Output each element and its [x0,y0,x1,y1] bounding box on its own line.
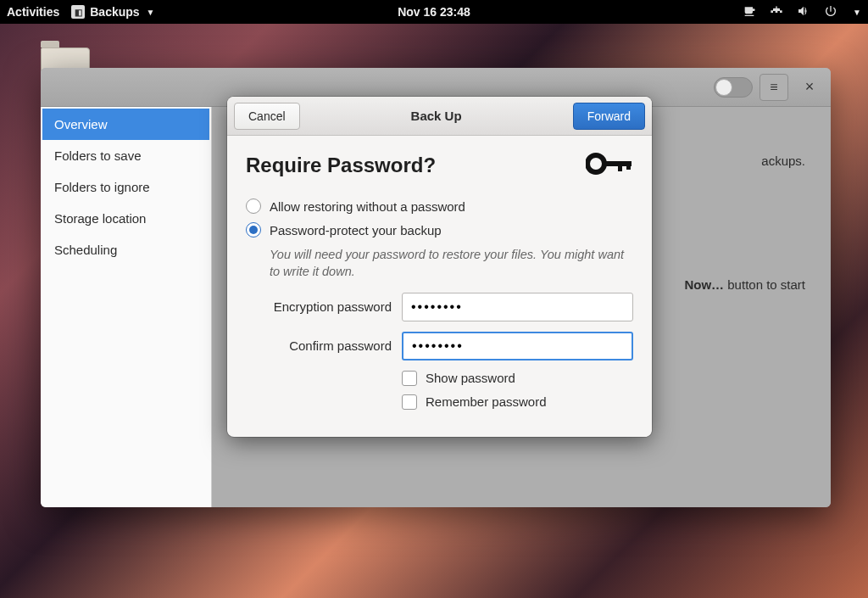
app-menu[interactable]: ◧ Backups ▼ [71,5,154,19]
dialog-heading: Require Password? [246,154,436,177]
encryption-password-label: Encryption password [246,299,392,314]
require-password-dialog: Cancel Back Up Forward Require Password?… [227,97,652,437]
volume-icon [797,4,810,20]
svg-point-0 [587,155,604,172]
checkbox-label: Remember password [426,394,547,409]
cancel-button[interactable]: Cancel [234,103,300,130]
sidebar-item-overview[interactable]: Overview [42,109,209,140]
power-icon [824,4,837,20]
obscured-text: ackups. [761,154,805,168]
close-icon: × [805,78,815,96]
svg-rect-2 [618,161,622,171]
radio-allow-no-password[interactable]: Allow restoring without a password [246,198,633,214]
obscured-text: Now… button to start [684,275,805,295]
activities-button[interactable]: Activities [7,5,59,19]
sidebar-item-folders-save[interactable]: Folders to save [42,140,209,171]
chevron-down-icon: ▼ [147,8,155,17]
checkbox-label: Show password [426,371,515,385]
checkbox-icon [402,371,417,386]
dialog-headerbar: Cancel Back Up Forward [227,97,652,136]
radio-label: Allow restoring without a password [270,199,465,214]
remember-password-checkbox[interactable]: Remember password [402,394,633,410]
confirm-password-label: Confirm password [246,338,392,353]
radio-password-protect[interactable]: Password-protect your backup [246,222,633,238]
checkbox-icon [402,394,417,410]
help-text: You will need your password to restore y… [270,246,633,281]
svg-rect-3 [626,161,631,170]
coffee-icon [743,4,756,20]
network-icon [770,4,783,20]
radio-icon [246,198,261,214]
app-name-label: Backups [90,5,139,19]
clock[interactable]: Nov 16 23:48 [398,5,470,19]
hamburger-icon: ≡ [770,80,777,95]
encryption-password-input[interactable] [402,293,633,321]
sidebar: Overview Folders to save Folders to igno… [41,107,212,507]
sidebar-item-scheduling[interactable]: Scheduling [42,234,209,265]
sidebar-item-folders-ignore[interactable]: Folders to ignore [42,171,209,203]
show-password-checkbox[interactable]: Show password [402,371,633,386]
dialog-title: Back Up [300,109,573,123]
forward-button[interactable]: Forward [573,103,645,130]
window-close-button[interactable]: × [795,74,824,101]
key-icon [586,151,633,180]
system-tray[interactable]: ▼ [743,4,861,20]
chevron-down-icon: ▼ [853,8,861,17]
radio-label: Password-protect your backup [270,223,442,238]
backup-app-icon: ◧ [71,5,85,19]
auto-backup-toggle[interactable] [714,77,753,98]
gnome-topbar: Activities ◧ Backups ▼ Nov 16 23:48 ▼ [0,0,868,24]
confirm-password-input[interactable] [402,332,633,360]
hamburger-menu-button[interactable]: ≡ [760,74,788,101]
radio-icon [246,222,261,238]
sidebar-item-storage[interactable]: Storage location [42,203,209,234]
